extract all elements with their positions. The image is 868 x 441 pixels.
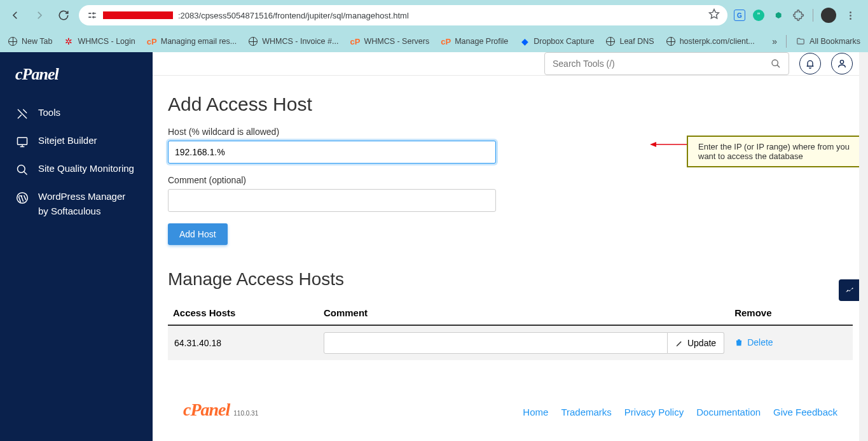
browser-menu-icon[interactable] [844,9,857,22]
site-settings-icon[interactable] [86,10,98,21]
gear-icon: ✲ [64,36,74,46]
globe-icon [666,36,676,46]
svg-rect-4 [92,13,96,13]
globe-icon [248,36,258,46]
bookmark-star-icon[interactable] [708,8,720,22]
extensions-menu-icon[interactable] [792,9,805,22]
bookmark-item[interactable]: hosterpk.com/client... [666,36,755,46]
bookmark-item[interactable]: cPManage Profile [441,36,508,46]
bookmarks-overflow-icon[interactable]: » [772,36,777,46]
browser-actions: G ” ⬢ [734,8,857,23]
url-redacted [103,11,173,19]
bookmark-item[interactable]: cPManaging email res... [147,36,237,46]
svg-rect-1 [88,17,92,18]
back-button[interactable] [6,6,24,24]
bookmark-item[interactable]: Leaf DNS [605,36,654,46]
cpanel-icon: cP [350,36,360,46]
profile-avatar[interactable] [821,8,836,23]
bookmark-item[interactable]: New Tab [8,36,52,46]
svg-rect-0 [88,13,92,14]
dropbox-icon: ◆ [520,36,530,46]
cpanel-icon: cP [441,36,451,46]
globe-icon [605,36,616,46]
globe-icon [8,36,18,46]
browser-toolbar: :2083/cpsess5054871516/frontend/jupiter/… [0,0,868,31]
url-text: :2083/cpsess5054871516/frontend/jupiter/… [178,11,703,20]
forward-button[interactable] [31,6,48,24]
bookmark-item[interactable]: cPWHMCS - Servers [350,36,429,46]
svg-rect-5 [92,17,96,17]
bookmark-item[interactable]: ✲WHMCS - Login [64,36,135,46]
all-bookmarks-button[interactable]: All Bookmarks [796,37,860,46]
extension-icon-2[interactable]: ” [753,10,764,21]
extension-icon-1[interactable]: G [734,10,745,21]
cpanel-icon: cP [147,36,157,46]
bookmark-item[interactable]: ◆Dropbox Capture [520,36,594,46]
bookmark-item[interactable]: WHMCS - Invoice #... [248,36,338,46]
reload-button[interactable] [55,6,72,24]
extension-icon-3[interactable]: ⬢ [772,9,785,22]
address-bar[interactable]: :2083/cpsess5054871516/frontend/jupiter/… [79,5,727,25]
bookmarks-bar: New Tab ✲WHMCS - Login cPManaging email … [0,31,868,52]
